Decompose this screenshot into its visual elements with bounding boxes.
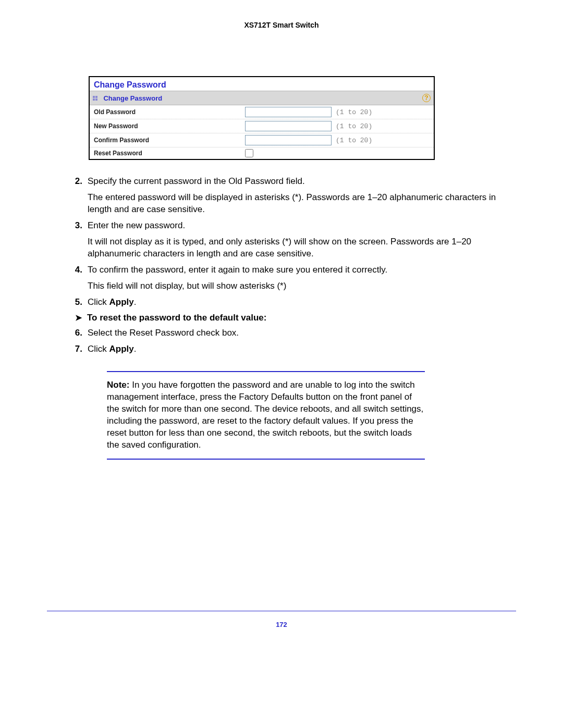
panel-subhead-label: Change Password [103,94,162,102]
note-text: In you have forgotten the password and a… [107,380,423,450]
step-number: 5. [68,297,88,309]
row-confirm-password: Confirm Password (1 to 20) [90,133,434,147]
label-confirm-password: Confirm Password [94,137,245,144]
step-number: 6. [68,327,88,339]
step-text: To confirm the password, enter it again … [88,264,516,276]
doc-header: XS712T Smart Switch [47,21,516,29]
step-text: Click Apply. [88,343,516,355]
panel-title: Change Password [90,77,434,91]
step-4: 4. To confirm the password, enter it aga… [68,264,516,292]
procedure-heading: ➤ To reset the password to the default v… [75,312,516,324]
note-block: Note: In you have forgotten the password… [107,371,425,460]
new-password-input[interactable] [245,121,332,131]
reset-password-checkbox[interactable] [245,149,253,157]
hint-confirm-password: (1 to 20) [336,137,372,144]
page-number: 172 [47,621,516,628]
procedure-heading-text: To reset the password to the default val… [87,312,266,324]
instructions: 2. Specify the current password in the O… [68,176,516,460]
step-number: 4. [68,264,88,292]
step-text: Specify the current password in the Old … [88,176,516,188]
step-text: Select the Reset Password check box. [88,327,516,339]
hint-new-password: (1 to 20) [336,122,372,130]
chevron-right-icon: ➤ [75,312,82,324]
step-5: 5. Click Apply. [68,297,516,309]
step-3: 3. Enter the new password. It will not d… [68,220,516,260]
step-text: Enter the new password. [88,220,516,232]
step-text: The entered password will be displayed i… [88,192,516,216]
label-new-password: New Password [94,122,245,130]
help-icon[interactable]: ? [422,94,431,102]
step-number: 7. [68,343,88,355]
confirm-password-input[interactable] [245,135,332,145]
row-reset-password: Reset Password [90,147,434,159]
note-label: Note: [107,380,129,390]
step-number: 2. [68,176,88,216]
row-new-password: New Password (1 to 20) [90,119,434,133]
label-old-password: Old Password [94,108,245,116]
panel-subhead: Change Password ? [90,91,434,105]
step-6: 6. Select the Reset Password check box. [68,327,516,339]
hint-old-password: (1 to 20) [336,108,372,116]
note-rule-bottom [107,459,425,460]
footer-rule [47,611,516,611]
step-2: 2. Specify the current password in the O… [68,176,516,216]
step-7: 7. Click Apply. [68,343,516,355]
old-password-input[interactable] [245,107,332,117]
note-body: Note: In you have forgotten the password… [107,372,425,459]
label-reset-password: Reset Password [94,150,245,157]
step-text: This field will not display, but will sh… [88,280,516,292]
row-old-password: Old Password (1 to 20) [90,105,434,119]
change-password-panel: Change Password Change Password ? Old Pa… [89,76,435,160]
step-text: It will not display as it is typed, and … [88,236,516,260]
page: XS712T Smart Switch Change Password Chan… [0,0,563,728]
step-text: Click Apply. [88,297,516,309]
step-number: 3. [68,220,88,260]
drag-dots-icon [93,96,98,101]
